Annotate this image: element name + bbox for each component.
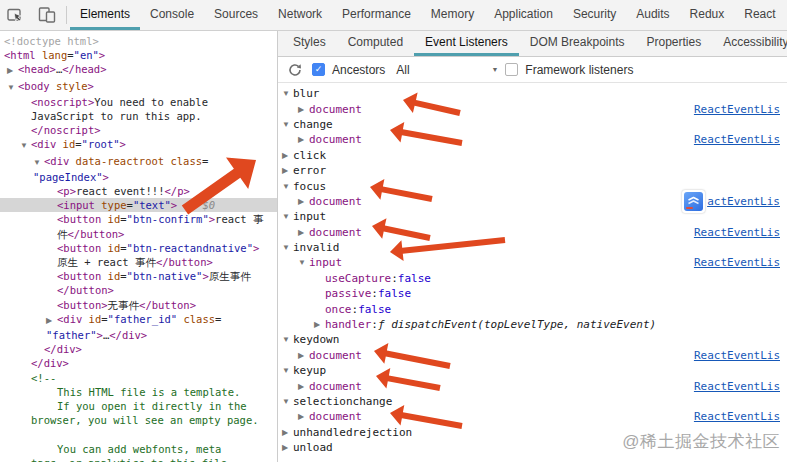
disclosure-triangle-icon[interactable]: ▶ — [7, 64, 18, 78]
dom-tree-line[interactable]: This HTML file is a template. — [0, 385, 277, 399]
panel-tab-event-listeners[interactable]: Event Listeners — [414, 31, 519, 56]
listener-row[interactable]: ▼selectionchange — [278, 394, 787, 409]
listener-row[interactable]: ▶documentReactEventLis — [278, 348, 787, 363]
disclosure-triangle-icon[interactable]: ▶ — [46, 314, 57, 328]
tab-security[interactable]: Security — [563, 0, 626, 30]
listener-row[interactable]: passive: false — [278, 286, 787, 301]
ancestors-checkbox[interactable]: ✓ — [312, 63, 325, 76]
tab-redux[interactable]: Redux — [680, 0, 735, 30]
dom-tree-line[interactable]: <button id="btn-reactandnative"> — [0, 241, 277, 255]
dom-tree-line[interactable]: ▼<div data-reactroot class= — [0, 154, 277, 170]
dom-tree-line[interactable]: ▼<div id="root"> — [0, 137, 277, 153]
listener-row[interactable]: ▼keydown — [278, 332, 787, 347]
listener-row[interactable]: ▶documentReactEventLis — [278, 225, 787, 240]
tab-sources[interactable]: Sources — [204, 0, 268, 30]
dom-tree-line[interactable]: <!doctype html> — [0, 34, 277, 48]
listener-row[interactable]: ▶documentReactEventLis — [278, 132, 787, 147]
dom-tree-line[interactable]: </div> — [0, 342, 277, 356]
dom-tree-line[interactable]: tags, or analytics to this file. — [0, 456, 277, 462]
listener-scope-select[interactable]: All ▼ — [396, 63, 498, 77]
listener-row[interactable]: ▶click — [278, 148, 787, 163]
tab-performance[interactable]: Performance — [332, 0, 421, 30]
dom-tree-line[interactable]: If you open it directly in the — [0, 399, 277, 413]
listener-row[interactable]: ▶error — [278, 163, 787, 178]
disclosure-triangle-icon[interactable]: ▶ — [314, 320, 325, 329]
disclosure-triangle-icon[interactable]: ▼ — [282, 89, 293, 98]
dom-tree-line[interactable]: ▼<body style> — [0, 79, 277, 95]
disclosure-triangle-icon[interactable]: ▼ — [282, 366, 293, 375]
dom-tree-line[interactable]: </noscript> — [0, 123, 277, 137]
listener-row[interactable]: ▼inputReactEventLis — [278, 255, 787, 270]
dom-tree-line[interactable]: browser, you will see an empty page. — [0, 413, 277, 427]
listener-source-link[interactable]: ReactEventLis — [694, 133, 780, 146]
dom-tree-line[interactable]: JavaScript to run this app. — [0, 109, 277, 123]
listener-row[interactable]: ▼focus — [278, 178, 787, 193]
disclosure-triangle-icon[interactable]: ▶ — [298, 351, 309, 360]
framework-listeners-checkbox[interactable] — [505, 63, 518, 76]
dom-tree-line[interactable]: <noscript>You need to enable — [0, 95, 277, 109]
dom-tree-line[interactable]: <input type="text"> == $0 — [0, 198, 277, 212]
disclosure-triangle-icon[interactable]: ▶ — [298, 135, 309, 144]
listener-row[interactable]: ▼change — [278, 117, 787, 132]
listener-source-link[interactable]: ReactEventLis — [694, 410, 780, 423]
listener-row[interactable]: ▼keyup — [278, 363, 787, 378]
listener-row[interactable]: ▶handler: ƒ dispatchEvent(topLevelType, … — [278, 317, 787, 332]
dom-tree-line[interactable]: You can add webfonts, meta — [0, 442, 277, 456]
disclosure-triangle-icon[interactable]: ▼ — [7, 81, 18, 95]
disclosure-triangle-icon[interactable]: ▼ — [20, 139, 31, 153]
disclosure-triangle-icon[interactable]: ▶ — [298, 105, 309, 114]
disclosure-triangle-icon[interactable]: ▼ — [33, 156, 44, 170]
tab-audits[interactable]: Audits — [626, 0, 679, 30]
disclosure-triangle-icon[interactable]: ▼ — [282, 182, 293, 191]
dom-tree-line[interactable]: ▶<div id="father_id" class= — [0, 312, 277, 328]
tab-memory[interactable]: Memory — [421, 0, 484, 30]
listener-row[interactable]: ▼input — [278, 209, 787, 224]
listener-source-link[interactable]: ReactEventLis — [694, 349, 780, 362]
disclosure-triangle-icon[interactable]: ▼ — [282, 397, 293, 406]
disclosure-triangle-icon[interactable]: ▼ — [282, 243, 293, 252]
dom-tree-line[interactable]: ▶<head>…</head> — [0, 62, 277, 78]
inspect-element-icon[interactable] — [6, 5, 26, 25]
disclosure-triangle-icon[interactable]: ▼ — [282, 212, 293, 221]
listener-source-link[interactable]: ReactEventLis — [694, 380, 780, 393]
tab-react[interactable]: React — [734, 0, 785, 30]
listener-source-link[interactable]: ReactEventLis — [694, 103, 780, 116]
tab-console[interactable]: Console — [140, 0, 204, 30]
dom-tree-line[interactable]: <button>无事件</button> — [0, 298, 277, 312]
dom-tree-line[interactable]: 原生 + react 事件</button> — [0, 255, 277, 269]
tab-application[interactable]: Application — [484, 0, 563, 30]
disclosure-triangle-icon[interactable]: ▼ — [282, 335, 293, 344]
dom-tree-line[interactable]: <button id="btn-native">原生事件 — [0, 269, 277, 283]
disclosure-triangle-icon[interactable]: ▶ — [282, 443, 293, 452]
dom-tree-line[interactable]: <html lang="en"> — [0, 48, 277, 62]
dom-tree-line[interactable]: </div> — [0, 356, 277, 370]
tab-network[interactable]: Network — [268, 0, 332, 30]
disclosure-triangle-icon[interactable]: ▼ — [282, 120, 293, 129]
panel-tab-dom-breakpoints[interactable]: DOM Breakpoints — [519, 31, 636, 56]
panel-tab-computed[interactable]: Computed — [337, 31, 414, 56]
dom-tree-line[interactable]: <p>react event!!!</p> — [0, 184, 277, 198]
dom-tree-line[interactable]: </button> — [0, 283, 277, 297]
listener-row[interactable]: ▶documentReactEventLis — [278, 101, 787, 116]
dom-tree-line[interactable]: "pageIndex"> — [0, 170, 277, 184]
disclosure-triangle-icon[interactable]: ▶ — [298, 197, 309, 206]
dom-tree-line[interactable] — [0, 427, 277, 441]
panel-tab-styles[interactable]: Styles — [282, 31, 337, 56]
panel-tab-properties[interactable]: Properties — [635, 31, 712, 56]
listener-source-link[interactable]: actEventLis — [707, 195, 780, 208]
listener-row[interactable]: ▼invalid — [278, 240, 787, 255]
disclosure-triangle-icon[interactable]: ▶ — [282, 166, 293, 175]
disclosure-triangle-icon[interactable]: ▶ — [298, 228, 309, 237]
disclosure-triangle-icon[interactable]: ▶ — [298, 412, 309, 421]
listener-row[interactable]: ▼blur — [278, 86, 787, 101]
refresh-icon[interactable] — [285, 60, 305, 80]
listener-row[interactable]: ▶documentactEventLis — [278, 194, 787, 209]
dom-tree-line[interactable]: 件</button> — [0, 227, 277, 241]
disclosure-triangle-icon[interactable]: ▶ — [298, 382, 309, 391]
listener-row[interactable]: once: false — [278, 301, 787, 316]
listener-source-link[interactable]: ReactEventLis — [694, 226, 780, 239]
device-toolbar-icon[interactable] — [37, 5, 57, 25]
listener-row[interactable]: ▶documentReactEventLis — [278, 378, 787, 393]
listener-row[interactable]: ▶documentReactEventLis — [278, 409, 787, 424]
tab-elements[interactable]: Elements — [70, 0, 140, 30]
